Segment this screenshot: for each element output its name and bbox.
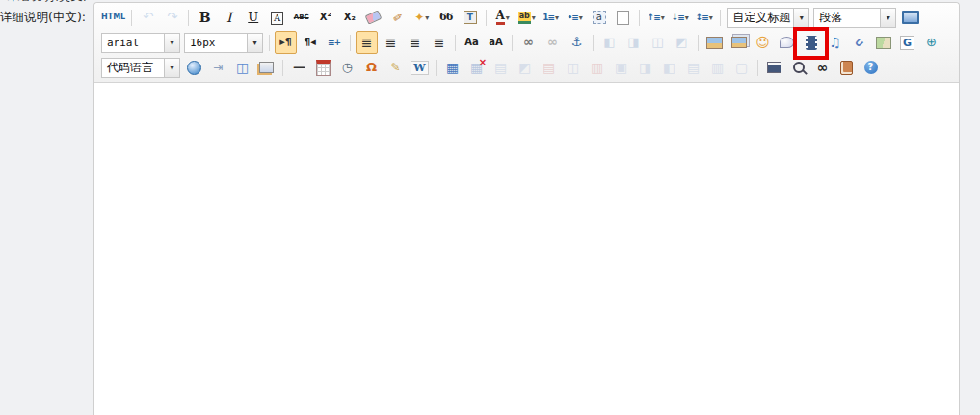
merge-down-button: ◧ [658,56,680,79]
search-replace-button[interactable]: ∞ [811,56,834,79]
to-lowercase-button[interactable]: aA [485,31,507,54]
word-image-button[interactable]: W [409,56,431,79]
blockquote-button[interactable]: 66 [435,6,457,29]
print-button[interactable] [763,56,785,79]
delete-table-button[interactable]: ▦ [465,56,488,79]
clear-document-button[interactable] [612,6,634,29]
highlight-color-button[interactable]: ab▾ [516,6,538,29]
ordered-list-button[interactable]: 1≡▾ [540,6,562,29]
bold-button[interactable]: B [194,6,216,29]
merge-right-icon: ◨ [639,58,651,77]
font-color-icon: A [496,10,505,25]
justify-button[interactable]: ≣ [428,31,450,54]
emotion-button[interactable]: ☺ [752,31,774,54]
superscript-button[interactable]: X² [314,6,336,29]
source-icon: HTML [101,8,125,27]
font-border-button[interactable]: A [266,6,288,29]
chevron-down-icon[interactable]: ▾ [247,34,262,52]
italic-button[interactable]: I [218,6,240,29]
insert-date-button[interactable] [312,56,334,79]
paste-plain-text-icon: T [464,11,477,24]
blockquote-icon: 66 [439,8,452,27]
background-button[interactable]: ✎ [384,56,407,79]
attachment-button[interactable]: ∪ [848,31,870,54]
toolbar-row-3: 代码语言▾⇥◫—◷Ω✎W▦▦▤◩▤◫▥▣◨◧▤▥▢∞? [99,55,955,80]
special-chars-button[interactable]: Ω [360,56,383,79]
field-label: 详细说明(中文): [0,10,91,26]
row-spacing-top-button[interactable]: ↑≡▾ [645,6,667,29]
scrawl-button[interactable] [776,31,798,54]
drafts-button[interactable] [835,56,858,79]
ordered-list-icon: 1≡ [543,8,554,27]
underline-button[interactable]: U [242,6,264,29]
subscript-button[interactable]: X₂ [338,6,360,29]
split-to-columns-button: ▥ [706,56,728,79]
line-height-button[interactable]: ↕≡▾ [693,6,715,29]
redo-icon: ↷ [167,8,177,27]
align-center-button[interactable]: ≣ [380,31,402,54]
preview-screen-button[interactable] [899,6,921,29]
chevron-down-icon: ▾ [425,13,429,22]
unlink-button: ∞ [542,31,564,54]
insert-paragraph-before-table-button: ◩ [514,56,536,79]
insert-image-button[interactable] [703,31,726,54]
superscript-icon: X² [320,8,331,27]
code-language-select[interactable]: 代码语言▾ [101,58,180,78]
font-size-select[interactable]: 16px▾ [184,33,263,53]
paragraph-select[interactable]: 段落▾ [813,8,896,28]
template-button[interactable]: ◫ [231,56,253,79]
to-uppercase-button[interactable]: Aa [461,31,483,54]
align-left-button[interactable]: ≣ [356,31,378,54]
insert-paragraph-before-table-icon: ◩ [518,58,531,77]
multi-image-upload-button[interactable] [728,31,750,54]
insert-code-button[interactable] [183,56,205,79]
format-painter-button[interactable]: ✏ [386,6,409,29]
editor-canvas[interactable] [94,83,959,413]
insert-table-button[interactable]: ▦ [441,56,464,79]
anchor-button[interactable]: ⚓ [566,31,588,54]
select-all-button[interactable]: a [588,6,610,29]
row-spacing-bottom-button[interactable]: ↓≡▾ [669,6,691,29]
split-to-rows-button: ▤ [682,56,704,79]
paste-plain-text-button[interactable]: T [459,6,481,29]
rtl-paragraph-button[interactable]: ¶◂ [299,31,321,54]
unordered-list-button[interactable]: •≡▾ [564,6,586,29]
insert-link-button[interactable]: ∞ [517,31,540,54]
page-break-button[interactable]: ⇥ [207,56,229,79]
chevron-down-icon: ▾ [709,13,713,22]
remove-format-button[interactable] [362,6,384,29]
insert-iframe-button[interactable]: ⊕ [920,31,942,54]
help-button[interactable]: ? [860,56,882,79]
insert-music-button[interactable]: ♫ [824,31,846,54]
insert-video-button[interactable] [800,31,822,54]
chevron-down-icon: ▾ [555,13,559,22]
strikethrough-icon: ABC [294,8,309,27]
custom-title-select[interactable]: 自定义标题▾ [727,8,809,28]
strikethrough-button[interactable]: ABC [290,6,312,29]
unordered-list-icon: •≡ [568,8,578,27]
chevron-down-icon: ▾ [579,13,583,22]
preview-button[interactable] [787,56,809,79]
chevron-down-icon[interactable]: ▾ [164,34,179,52]
google-map-button[interactable]: G [896,31,918,54]
chevron-down-icon[interactable]: ▾ [793,9,808,27]
horizontal-rule-button[interactable]: — [288,56,310,79]
font-color-button[interactable]: A▾ [491,6,514,29]
template-icon: ◫ [236,58,249,77]
image-layout-none-button: ◧ [598,31,621,54]
delete-row-icon: ▥ [591,58,603,77]
source-button[interactable]: HTML [100,6,126,29]
baidu-map-button[interactable] [872,31,894,54]
chevron-down-icon: ▾ [532,13,536,22]
font-family-select[interactable]: arial▾ [101,33,180,53]
ltr-paragraph-icon: ▸¶ [279,33,292,52]
chevron-down-icon[interactable]: ▾ [880,9,895,27]
drafts-icon [840,61,853,75]
chevron-down-icon[interactable]: ▾ [164,59,179,77]
indent-button[interactable]: ≡+ [323,31,345,54]
insert-time-button[interactable]: ◷ [336,56,358,79]
auto-typeset-button[interactable]: ✦▾ [411,6,433,29]
ltr-paragraph-button[interactable]: ▸¶ [275,31,297,54]
screenshot-button[interactable] [255,56,278,79]
align-right-button[interactable]: ≣ [404,31,426,54]
